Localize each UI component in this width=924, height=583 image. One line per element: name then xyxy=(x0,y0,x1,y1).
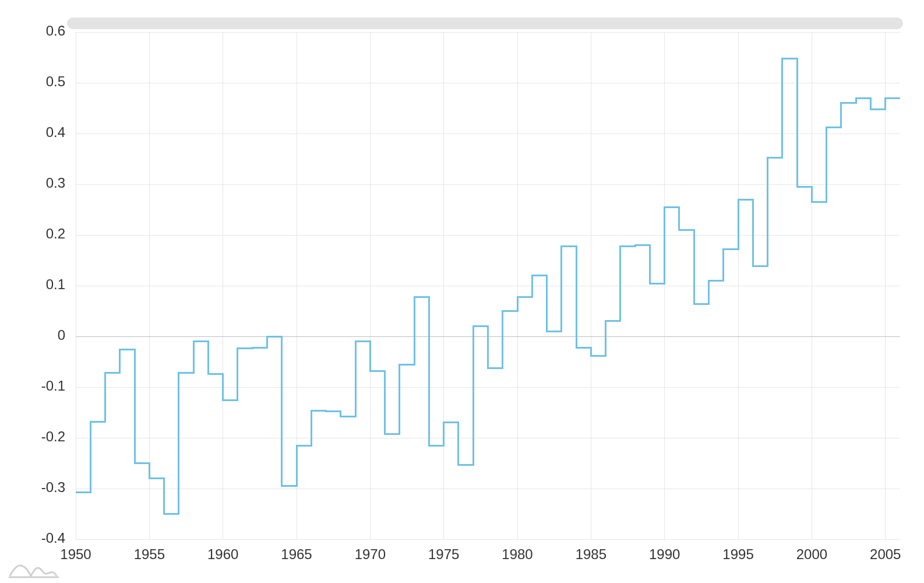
y-tick-label: 0.2 xyxy=(46,226,65,241)
x-tick-label: 1980 xyxy=(502,546,532,562)
x-tick-label: 1970 xyxy=(355,546,386,562)
y-tick-label: -0.3 xyxy=(41,479,65,495)
x-tick-label: 2005 xyxy=(870,546,901,562)
y-tick-label: -0.2 xyxy=(41,429,65,444)
chart-svg: -0.4-0.3-0.2-0.100.10.20.30.40.50.6 1950… xyxy=(0,0,924,583)
x-tick-label: 1995 xyxy=(722,546,753,562)
x-tick-label: 1960 xyxy=(207,546,238,562)
y-tick-label: 0.1 xyxy=(46,276,65,292)
x-tick-label: 1985 xyxy=(576,546,606,562)
y-tick-label: 0.4 xyxy=(46,124,65,140)
y-tick-label: -0.1 xyxy=(41,378,65,394)
y-tick-label: 0.5 xyxy=(46,73,65,89)
plotly-logo-icon xyxy=(9,566,59,577)
x-tick-label: 1990 xyxy=(649,546,680,562)
x-tick-label: 1955 xyxy=(134,546,165,562)
y-tick-label: -0.4 xyxy=(41,530,65,546)
data-series xyxy=(76,58,900,514)
x-tick-label: 1950 xyxy=(60,546,91,562)
y-tick-label: 0 xyxy=(58,327,65,343)
x-axis: 1950195519601965197019751980198519901995… xyxy=(60,546,901,562)
y-tick-label: 0.3 xyxy=(46,175,65,191)
x-tick-label: 2000 xyxy=(796,546,827,562)
chart-container: -0.4-0.3-0.2-0.100.10.20.30.40.50.6 1950… xyxy=(0,0,924,583)
range-scrollbar[interactable] xyxy=(67,17,903,29)
x-tick-label: 1975 xyxy=(428,546,459,562)
y-tick-label: 0.6 xyxy=(46,23,65,38)
grid xyxy=(76,32,900,539)
x-tick-label: 1965 xyxy=(281,546,312,562)
y-axis: -0.4-0.3-0.2-0.100.10.20.30.40.50.6 xyxy=(41,23,65,546)
